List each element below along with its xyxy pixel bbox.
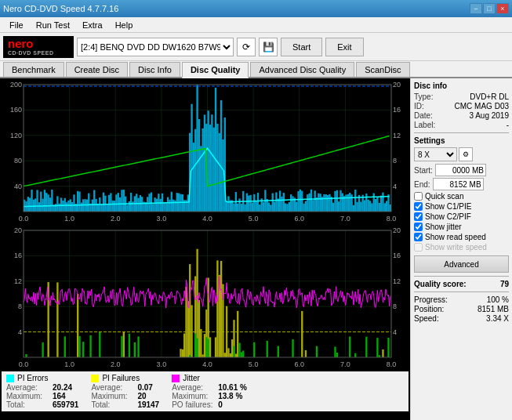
tab-disc-info[interactable]: Disc Info bbox=[129, 62, 180, 77]
pi-errors-total-val: 659791 bbox=[53, 400, 78, 409]
position-row: Position: 8151 MB bbox=[414, 305, 509, 313]
drive-select[interactable]: [2:4] BENQ DVD DD DW1620 B7W9 bbox=[77, 38, 234, 56]
quick-scan-row: Quick scan bbox=[414, 192, 509, 201]
jitter-po-label: PO failures: bbox=[172, 400, 215, 409]
tab-benchmark[interactable]: Benchmark bbox=[3, 62, 64, 77]
disc-label-row: Label: - bbox=[414, 121, 509, 129]
pi-failures-header: PI Failures bbox=[91, 374, 159, 382]
pi-errors-avg-val: 20.24 bbox=[53, 383, 72, 392]
exit-button[interactable]: Exit bbox=[325, 38, 363, 56]
menubar: File Run Test Extra Help bbox=[0, 17, 512, 33]
quick-scan-label: Quick scan bbox=[425, 192, 463, 201]
pi-errors-label: PI Errors bbox=[17, 374, 48, 382]
end-row: End: bbox=[414, 178, 509, 190]
menu-extra[interactable]: Extra bbox=[76, 19, 109, 31]
pi-failures-max-row: Maximum: 20 bbox=[91, 392, 159, 400]
app-title: Nero CD-DVD Speed 4.7.7.16 bbox=[3, 4, 118, 13]
pi-errors-color bbox=[6, 375, 14, 382]
start-row: Start: bbox=[414, 164, 509, 176]
minimize-button[interactable]: − bbox=[470, 3, 482, 14]
pi-errors-max-row: Maximum: 164 bbox=[6, 392, 78, 400]
quality-score-label: Quality score: bbox=[414, 280, 467, 288]
pi-errors-max-val: 164 bbox=[53, 392, 66, 400]
position-value: 8151 MB bbox=[478, 305, 509, 313]
disc-id-value: CMC MAG D03 bbox=[455, 102, 509, 110]
show-c2pif-row: Show C2/PIF bbox=[414, 212, 509, 221]
show-read-speed-checkbox[interactable] bbox=[414, 233, 423, 241]
disc-id-label: ID: bbox=[414, 102, 424, 110]
pi-failures-color bbox=[91, 375, 99, 382]
refresh-icon-btn[interactable]: ⟳ bbox=[237, 38, 256, 56]
advanced-button[interactable]: Advanced bbox=[414, 255, 509, 273]
jitter-max-label: Maximum: bbox=[172, 392, 215, 400]
pi-errors-total-row: Total: 659791 bbox=[6, 400, 78, 409]
show-c2pif-label: Show C2/PIF bbox=[425, 212, 471, 221]
jitter-po-row: PO failures: 0 bbox=[172, 400, 247, 409]
settings-icon-btn[interactable]: ⚙ bbox=[459, 147, 473, 161]
jitter-group: Jitter Average: 10.61 % Maximum: 13.8 % … bbox=[172, 374, 247, 409]
pi-failures-total-row: Total: 19147 bbox=[91, 400, 159, 409]
maximize-button[interactable]: □ bbox=[483, 3, 496, 14]
show-write-speed-label: Show write speed bbox=[425, 243, 487, 252]
start-button[interactable]: Start bbox=[281, 38, 322, 56]
show-c1pie-checkbox[interactable] bbox=[414, 202, 423, 211]
disc-type-label: Type: bbox=[414, 92, 433, 101]
bottom-chart bbox=[2, 226, 409, 371]
top-chart bbox=[2, 80, 409, 226]
jitter-color bbox=[172, 375, 180, 382]
show-jitter-checkbox[interactable] bbox=[414, 223, 423, 231]
titlebar-title: Nero CD-DVD Speed 4.7.7.16 bbox=[3, 4, 118, 13]
tab-create-disc[interactable]: Create Disc bbox=[66, 62, 128, 77]
divider-2 bbox=[414, 276, 509, 277]
show-write-speed-checkbox[interactable] bbox=[414, 243, 423, 252]
quick-scan-checkbox[interactable] bbox=[414, 192, 423, 201]
show-read-speed-row: Show read speed bbox=[414, 233, 509, 241]
speed-label: Speed: bbox=[414, 314, 439, 323]
speed-row: Speed: 3.34 X bbox=[414, 314, 509, 323]
disc-date-value: 3 Aug 2019 bbox=[469, 111, 509, 120]
disc-info-title: Disc info bbox=[414, 81, 509, 90]
pi-failures-avg-row: Average: 0.07 bbox=[91, 383, 159, 392]
jitter-avg-val: 10.61 % bbox=[218, 383, 247, 392]
show-c2pif-checkbox[interactable] bbox=[414, 212, 423, 221]
tab-disc-quality[interactable]: Disc Quality bbox=[182, 62, 249, 78]
jitter-po-val: 0 bbox=[218, 400, 223, 409]
close-button[interactable]: × bbox=[496, 3, 509, 14]
jitter-avg-label: Average: bbox=[172, 383, 215, 392]
jitter-max-val: 13.8 % bbox=[218, 392, 242, 400]
progress-value: 100 % bbox=[487, 295, 509, 304]
speed-select[interactable]: 8 X bbox=[414, 147, 457, 161]
jitter-max-row: Maximum: 13.8 % bbox=[172, 392, 247, 400]
disc-id-row: ID: CMC MAG D03 bbox=[414, 102, 509, 110]
end-input[interactable] bbox=[433, 178, 484, 190]
titlebar-controls: − □ × bbox=[470, 3, 509, 14]
pi-failures-max-val: 20 bbox=[137, 392, 146, 400]
disc-type-value: DVD+R DL bbox=[470, 92, 509, 101]
show-c1pie-label: Show C1/PIE bbox=[425, 202, 471, 211]
menu-run-test[interactable]: Run Test bbox=[30, 19, 76, 31]
pi-errors-total-label: Total: bbox=[6, 400, 49, 409]
menu-help[interactable]: Help bbox=[109, 19, 140, 31]
stats-bar: PI Errors Average: 20.24 Maximum: 164 To… bbox=[2, 371, 409, 411]
pi-errors-header: PI Errors bbox=[6, 374, 78, 382]
save-icon-btn[interactable]: 💾 bbox=[259, 38, 278, 56]
tabs: Benchmark Create Disc Disc Info Disc Qua… bbox=[0, 61, 512, 78]
pi-failures-max-label: Maximum: bbox=[91, 392, 134, 400]
pi-failures-group: PI Failures Average: 0.07 Maximum: 20 To… bbox=[91, 374, 159, 409]
divider-1 bbox=[414, 132, 509, 133]
pi-failures-label: PI Failures bbox=[102, 374, 140, 382]
pi-errors-max-label: Maximum: bbox=[6, 392, 49, 400]
toolbar: nero CD·DVD SPEED [2:4] BENQ DVD DD DW16… bbox=[0, 33, 512, 61]
start-input[interactable] bbox=[435, 164, 486, 176]
pi-failures-avg-val: 0.07 bbox=[137, 383, 152, 392]
tab-scan-disc[interactable]: ScanDisc bbox=[356, 62, 409, 77]
speed-value: 3.34 X bbox=[486, 314, 509, 323]
disc-label-label: Label: bbox=[414, 121, 435, 129]
quality-score-row: Quality score: 79 bbox=[414, 280, 509, 288]
main-area: PI Errors Average: 20.24 Maximum: 164 To… bbox=[0, 78, 512, 420]
tab-advanced-disc-quality[interactable]: Advanced Disc Quality bbox=[250, 62, 354, 77]
end-label: End: bbox=[414, 180, 430, 189]
menu-file[interactable]: File bbox=[3, 19, 30, 31]
pi-failures-total-label: Total: bbox=[91, 400, 134, 409]
progress-label: Progress: bbox=[414, 295, 448, 304]
